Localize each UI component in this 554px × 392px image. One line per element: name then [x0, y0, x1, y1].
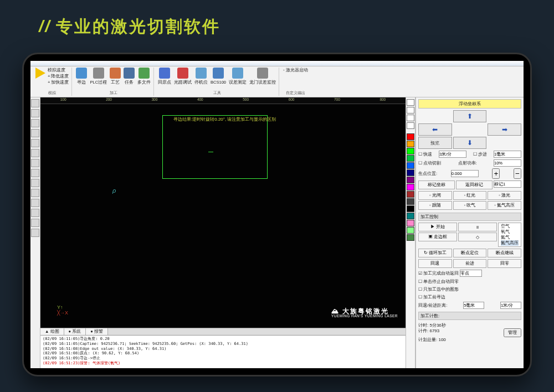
side-ico-1[interactable] [407, 99, 414, 106]
tool-curve[interactable] [31, 159, 39, 167]
canvas-area: 100200300400500600700800 寻边结果:逆时针旋转0.20°… [40, 97, 406, 368]
dpad-right[interactable]: ➡ [488, 123, 521, 136]
btn-bcs100[interactable]: BCS100 [211, 68, 226, 85]
dpad-down[interactable]: ⬇ [453, 137, 487, 149]
btn-gantry[interactable]: 龙门误差监控 [249, 68, 276, 85]
btn-start[interactable]: ▶ 开始 [418, 223, 457, 231]
dpad-up[interactable]: ⬆ [453, 110, 487, 122]
log-panel: (02/09 16:11:05)寻边角度: 0.20 (02/09 16:11:… [40, 335, 406, 368]
btn-bploc[interactable]: 断点定位 [453, 249, 487, 257]
btn-edge[interactable]: 寻边 [76, 68, 87, 85]
tool-dot[interactable] [31, 179, 39, 187]
right-panel: 浮动坐标系 ⬆ ⬅ ➡ 预览 ⬇ 快速 步进 点动切割 点射功率: [416, 97, 524, 368]
btn-shutter[interactable]: 光闸 [418, 191, 452, 200]
color-swatch[interactable] [407, 220, 414, 226]
chk-autoreturn[interactable]: 加工完成自动返回 [418, 270, 521, 277]
origin-axes: Y↑ ╳→X [57, 305, 68, 316]
color-swatch[interactable] [407, 148, 414, 154]
side-ico-3[interactable] [407, 115, 414, 121]
btn-frame[interactable]: ▣ 走边框 [418, 233, 457, 241]
btn-zero[interactable]: 回零 [488, 259, 521, 268]
focus-minus[interactable]: − [514, 168, 521, 179]
tool-poly[interactable] [31, 149, 39, 157]
tool-circle[interactable] [31, 139, 39, 147]
btn-manage[interactable]: 管理 [504, 328, 521, 337]
btn-follow[interactable]: 跟随 [418, 201, 452, 210]
sim-fast[interactable]: + 加快速度 [48, 80, 69, 85]
direction-pad: ⬆ ⬅ ➡ 预览 ⬇ [418, 110, 521, 149]
btn-bpcont[interactable]: 断点继续 [488, 249, 521, 257]
chk-edgefirst[interactable]: 加工前寻边 [418, 294, 521, 300]
tool-select[interactable] [31, 99, 39, 107]
btn-craft[interactable]: 工艺 [110, 68, 121, 85]
btn-stoppos[interactable]: 停机位 [194, 68, 208, 85]
color-swatch[interactable] [407, 198, 414, 205]
coord-sys-header[interactable]: 浮动坐标系 [418, 99, 521, 109]
color-swatch[interactable] [407, 177, 414, 183]
btn-task[interactable]: 任务 [124, 68, 135, 85]
fast-val[interactable] [439, 151, 466, 158]
btn-multifile[interactable]: 多文件 [137, 68, 151, 85]
gas-dropdown[interactable]: 空气 氧气 氮气 氮气高压 [498, 223, 521, 247]
btn-back[interactable]: 回退 [418, 259, 452, 268]
color-swatch[interactable] [407, 155, 414, 162]
color-swatch[interactable] [407, 184, 414, 190]
play-icon[interactable] [35, 68, 45, 79]
color-swatch[interactable] [407, 191, 414, 198]
chk-selonly[interactable]: 只加工选中的图形 [418, 286, 521, 292]
tool-node[interactable] [31, 109, 39, 117]
color-swatch[interactable] [407, 169, 414, 176]
focus-val[interactable] [451, 170, 479, 177]
btn-laser[interactable]: 激光 [488, 191, 521, 200]
chk-stopauto[interactable]: 单击停止自动回零 [418, 278, 521, 285]
log-error-line: (02/09 16:51:23)报警: 气体报警(氧气) [43, 361, 403, 366]
sim-slow[interactable]: + 降低速度 [48, 74, 69, 79]
btn-markcoord[interactable]: 标记坐标 [418, 180, 455, 189]
preview-button[interactable]: 预览 [418, 137, 452, 149]
chk-fast[interactable]: 快速 [418, 151, 432, 157]
chk-step[interactable]: 步进 [473, 151, 487, 157]
sim-group-label: 模拟 [48, 90, 56, 96]
btn-loop[interactable]: ↻ 循环加工 [418, 249, 452, 257]
color-swatch[interactable] [407, 227, 414, 234]
btn-light[interactable]: 光路调试 [174, 68, 192, 85]
laser-auto-radio[interactable]: 激光器启动 [283, 68, 308, 73]
btn-blow[interactable]: 吹气 [453, 201, 487, 210]
tool-measure[interactable] [31, 189, 39, 197]
jog-power-val[interactable] [494, 159, 521, 167]
btn-gotomark[interactable]: 返回标记 [456, 180, 493, 189]
canvas[interactable]: 寻边结果:逆时针旋转0.20°, 请注意加工与显示的区别 ρ Y↑ ╳→X ⛰ … [40, 104, 406, 328]
color-swatch[interactable] [407, 141, 414, 147]
tool-text[interactable] [31, 169, 39, 177]
btn-origin[interactable]: 回原点 [158, 68, 171, 85]
side-ico-2[interactable] [407, 107, 414, 114]
mark-select[interactable] [494, 180, 521, 188]
dpad-left[interactable]: ⬅ [418, 123, 452, 136]
btn-error[interactable]: 误差测定 [229, 68, 247, 85]
btn-redlight[interactable]: 红光 [453, 191, 487, 200]
tool-11[interactable] [31, 209, 39, 217]
tab-draw[interactable]: ▲ 绘图 [40, 328, 64, 335]
color-swatch[interactable] [407, 133, 414, 140]
btn-forward[interactable]: 前进 [453, 259, 487, 268]
btn-dryrun[interactable]: ◇ [458, 233, 497, 241]
tab-alarm[interactable]: ● 报警 [86, 328, 108, 335]
tool-line[interactable] [31, 119, 39, 127]
step-val[interactable] [494, 151, 521, 158]
btn-pause[interactable]: II [458, 223, 497, 231]
stats-block: 计时: 5分36秒 计件: 6793 管理 计划总量: 100 [418, 323, 521, 343]
chk-jogcut[interactable]: 点动切割 [418, 160, 441, 166]
tool-13[interactable] [31, 229, 39, 237]
color-swatch[interactable] [407, 234, 414, 241]
color-swatch[interactable] [407, 213, 414, 219]
btn-n2hp[interactable]: 氮气高压 [488, 201, 521, 210]
side-ico-4[interactable] [407, 122, 414, 129]
focus-plus[interactable]: + [492, 168, 500, 179]
color-swatch[interactable] [407, 162, 414, 169]
btn-plc[interactable]: PLC过程 [90, 68, 107, 85]
tool-12[interactable] [31, 219, 39, 227]
tool-10[interactable] [31, 199, 39, 207]
tab-system[interactable]: ● 系统 [64, 328, 86, 335]
tool-rect[interactable] [31, 129, 39, 137]
color-swatch[interactable] [407, 205, 414, 212]
